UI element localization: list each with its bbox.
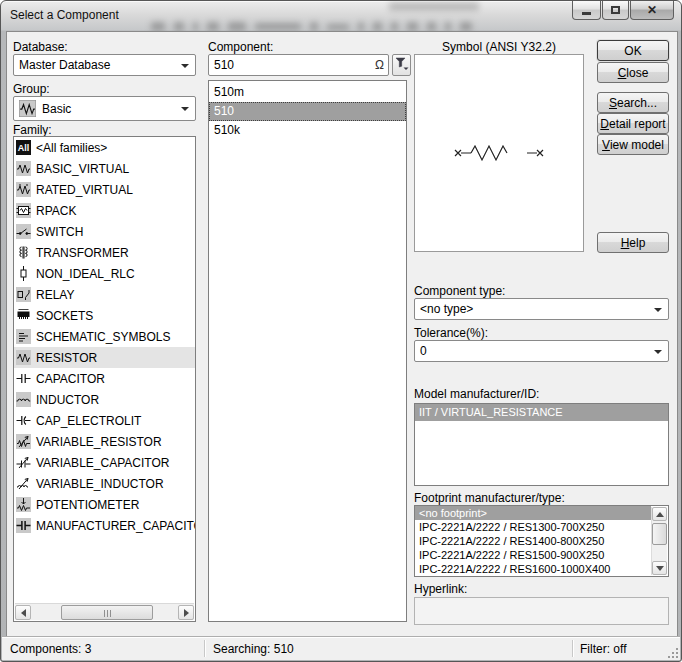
capacitor-icon	[16, 371, 31, 386]
title-bar[interactable]: Select a Component ✕	[1, 1, 681, 31]
group-basic-icon	[19, 100, 36, 117]
caption-buttons: ✕	[572, 1, 674, 20]
family-item-capacitor[interactable]: CAPACITOR	[14, 368, 195, 389]
hyperlink-field[interactable]	[414, 597, 669, 625]
model-manufacturer-list[interactable]: IIT / VIRTUAL_RESISTANCE	[414, 403, 669, 486]
scroll-right-button[interactable]	[178, 605, 194, 620]
family-item-label: MANUFACTURER_CAPACITOR	[36, 519, 196, 533]
group-dropdown[interactable]: Basic	[13, 96, 196, 121]
component-type-dropdown[interactable]: <no type>	[414, 298, 669, 320]
basic-virtual-icon	[16, 161, 31, 176]
model-item[interactable]: IIT / VIRTUAL_RESISTANCE	[415, 404, 668, 421]
arrow-left-icon	[21, 609, 26, 617]
family-item-schematic-symbols[interactable]: SCHEMATIC_SYMBOLS	[14, 326, 195, 347]
component-items: 510m510510k	[209, 81, 406, 140]
family-item-basic-virtual[interactable]: BASIC_VIRTUAL	[14, 158, 195, 179]
close-button[interactable]: Close	[597, 62, 669, 83]
scrollbar-thumb[interactable]	[61, 605, 153, 620]
component-item-510[interactable]: 510	[209, 102, 406, 121]
family-list[interactable]: All<All families>BASIC_VIRTUALRATED_VIRT…	[13, 136, 196, 622]
family-item-potentiometer[interactable]: POTENTIOMETER	[14, 494, 195, 515]
relay-icon	[16, 287, 31, 302]
footprint-item[interactable]: <no footprint>	[415, 506, 651, 520]
footprint-item[interactable]: IPC-2221A/2222 / RES1600-1000X400	[415, 562, 651, 576]
family-item-label: SOCKETS	[36, 309, 93, 323]
family-item-rpack[interactable]: RPACK	[14, 200, 195, 221]
model-manufacturer-label: Model manufacturer/ID:	[414, 387, 539, 401]
family-item-relay[interactable]: RELAY	[14, 284, 195, 305]
scroll-left-button[interactable]	[15, 605, 31, 620]
scroll-down-button[interactable]	[652, 561, 667, 575]
family-item-label: NON_IDEAL_RLC	[36, 267, 135, 281]
manufacturer-capacitor-icon	[16, 518, 31, 533]
view-model-button[interactable]: View model	[597, 134, 669, 155]
footprint-item[interactable]: IPC-2221A/2222 / RES1300-700X250	[415, 520, 651, 534]
database-dropdown[interactable]: Master Database	[13, 54, 196, 76]
family-item-all-families[interactable]: All<All families>	[14, 137, 195, 158]
scroll-up-button[interactable]	[652, 507, 667, 521]
footprint-scrollbar[interactable]	[651, 507, 667, 575]
footprint-item[interactable]: IPC-2221A/2222 / RES1400-800X250	[415, 534, 651, 548]
database-label: Database:	[13, 40, 68, 54]
family-label: Family:	[13, 123, 52, 137]
resize-grip[interactable]	[666, 646, 678, 658]
family-item-label: SCHEMATIC_SYMBOLS	[36, 330, 170, 344]
minimize-button[interactable]	[572, 1, 601, 20]
family-item-label: BASIC_VIRTUAL	[36, 162, 129, 176]
family-item-label: RELAY	[36, 288, 74, 302]
footprint-list[interactable]: <no footprint>IPC-2221A/2222 / RES1300-7…	[414, 505, 669, 577]
watermark-blur	[151, 17, 581, 31]
scrollbar-thumb[interactable]	[652, 523, 667, 545]
svg-text:All: All	[18, 143, 30, 153]
component-item-510m[interactable]: 510m	[209, 83, 406, 102]
ok-button[interactable]: OK	[597, 40, 669, 61]
grip-icon	[107, 610, 108, 617]
search-button[interactable]: Search...	[597, 92, 669, 113]
footprint-label: Footprint manufacturer/type:	[414, 491, 565, 505]
maximize-button[interactable]	[602, 1, 629, 20]
schematic-symbols-icon	[16, 329, 31, 344]
family-item-resistor[interactable]: RESISTOR	[14, 347, 195, 368]
non-ideal-rlc-icon	[16, 266, 31, 281]
component-item-510k[interactable]: 510k	[209, 121, 406, 140]
symbol-preview	[414, 54, 584, 252]
family-item-label: RESISTOR	[36, 351, 97, 365]
family-horizontal-scrollbar[interactable]	[15, 603, 194, 620]
family-item-sockets[interactable]: SOCKETS	[14, 305, 195, 326]
tolerance-dropdown[interactable]: 0	[414, 340, 669, 362]
family-item-label: VARIABLE_RESISTOR	[36, 435, 162, 449]
footprint-items: <no footprint>IPC-2221A/2222 / RES1300-7…	[415, 506, 651, 576]
group-value: Basic	[42, 102, 71, 116]
family-item-variable-capacitor[interactable]: VARIABLE_CAPACITOR	[14, 452, 195, 473]
family-item-variable-inductor[interactable]: VARIABLE_INDUCTOR	[14, 473, 195, 494]
family-item-switch[interactable]: SWITCH	[14, 221, 195, 242]
help-button[interactable]: Help	[597, 232, 669, 253]
family-item-rated-virtual[interactable]: RATED_VIRTUAL	[14, 179, 195, 200]
window-title: Select a Component	[10, 8, 119, 22]
family-item-variable-resistor[interactable]: VARIABLE_RESISTOR	[14, 431, 195, 452]
family-item-cap-electrolit[interactable]: CAP_ELECTROLIT	[14, 410, 195, 431]
component-list[interactable]: 510m510510k	[208, 80, 407, 622]
chevron-down-icon	[181, 107, 189, 111]
component-type-label: Component type:	[414, 284, 505, 298]
group-label: Group:	[13, 82, 50, 96]
transformer-icon	[16, 245, 31, 260]
filter-button[interactable]	[392, 54, 411, 76]
close-window-button[interactable]: ✕	[630, 1, 674, 20]
family-item-transformer[interactable]: TRANSFORMER	[14, 242, 195, 263]
family-item-manufacturer-capacitor[interactable]: MANUFACTURER_CAPACITOR	[14, 515, 195, 536]
family-item-label: CAP_ELECTROLIT	[36, 414, 141, 428]
family-item-inductor[interactable]: INDUCTOR	[14, 389, 195, 410]
status-separator	[204, 640, 205, 657]
family-item-label: SWITCH	[36, 225, 83, 239]
component-search-input[interactable]	[208, 54, 389, 76]
footprint-item[interactable]: IPC-2221A/2222 / RES1500-900X250	[415, 548, 651, 562]
rpack-icon	[16, 203, 31, 218]
family-item-label: RPACK	[36, 204, 76, 218]
tolerance-label: Tolerance(%):	[414, 326, 488, 340]
family-item-label: VARIABLE_CAPACITOR	[36, 456, 169, 470]
detail-report-button[interactable]: Detail report	[597, 113, 669, 134]
filter-funnel-icon	[395, 56, 409, 74]
close-icon: ✕	[647, 4, 657, 16]
family-item-non-ideal-rlc[interactable]: NON_IDEAL_RLC	[14, 263, 195, 284]
